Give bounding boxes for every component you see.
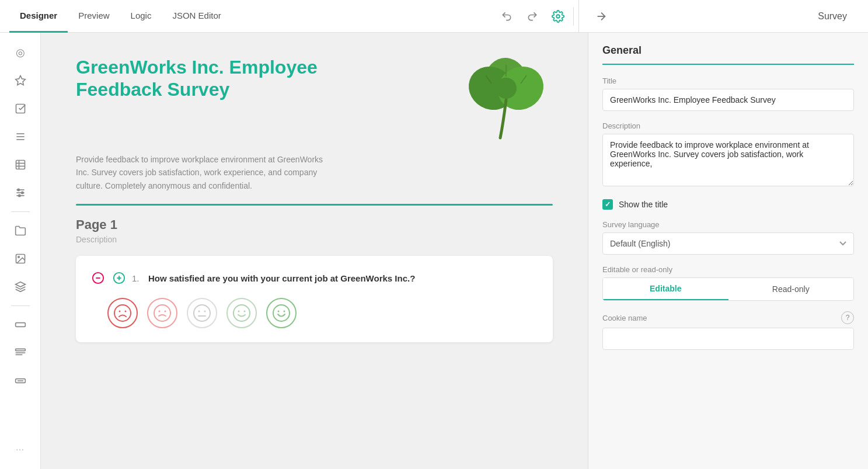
survey-title: GreenWorks Inc. Employee Feedback Survey [76, 56, 362, 101]
question-card: 1. How satisfied are you with your curre… [76, 256, 553, 342]
top-nav: Designer Preview Logic JSON Editor [0, 0, 868, 33]
svg-point-49 [278, 311, 280, 312]
left-sidebar: ◎ [0, 33, 41, 469]
cookie-name-row: Cookie name ? [602, 311, 854, 324]
svg-point-16 [18, 194, 20, 196]
svg-point-18 [18, 256, 19, 258]
survey-header: GreenWorks Inc. Employee Feedback Survey [76, 56, 553, 206]
tab-json-editor[interactable]: JSON Editor [162, 0, 231, 33]
smiley-3[interactable] [187, 298, 217, 328]
show-title-checkbox[interactable]: ✓ [602, 199, 613, 210]
svg-point-43 [204, 311, 206, 312]
cookie-name-label: Cookie name [602, 314, 836, 322]
sidebar-icon-folder[interactable] [8, 218, 33, 244]
sidebar-icon-more[interactable]: ··· [8, 436, 33, 462]
sidebar-icon-input2[interactable] [8, 368, 33, 394]
sidebar-icon-target[interactable]: ◎ [8, 40, 33, 65]
tab-preview[interactable]: Preview [68, 0, 120, 33]
svg-rect-3 [16, 105, 25, 113]
svg-point-46 [238, 311, 240, 312]
svg-point-12 [18, 189, 19, 190]
smiley-1[interactable] [107, 298, 138, 328]
right-panel-title: Survey [818, 11, 847, 22]
sidebar-divider-1 [11, 211, 30, 212]
add-question-button[interactable] [111, 270, 127, 286]
svg-point-38 [154, 305, 170, 321]
svg-point-42 [198, 311, 200, 312]
svg-point-40 [165, 311, 166, 312]
undo-button[interactable] [496, 6, 517, 27]
survey-language-label: Survey language [602, 220, 854, 229]
survey-language-select[interactable]: Default (English) French Spanish German [602, 232, 854, 255]
survey-title-area: GreenWorks Inc. Employee Feedback Survey [76, 56, 553, 144]
sidebar-icon-star[interactable] [8, 68, 33, 93]
sidebar-icon-text[interactable] [8, 340, 33, 366]
svg-point-45 [233, 305, 250, 321]
tab-logic[interactable]: Logic [120, 0, 162, 33]
nav-actions [496, 6, 569, 27]
svg-point-37 [125, 311, 127, 312]
settings-button[interactable] [548, 6, 569, 27]
toggle-readonly[interactable]: Read-only [728, 278, 854, 300]
editable-label: Editable or read-only [602, 265, 854, 274]
title-field-group: Title [602, 77, 854, 111]
description-textarea[interactable] [602, 134, 854, 186]
page-title: Page 1 [76, 217, 553, 232]
survey-description: Provide feedback to improve workplace en… [76, 153, 338, 192]
remove-question-button[interactable] [90, 270, 106, 286]
page-section: Page 1 Description 1. How satisfied are … [76, 217, 553, 342]
svg-rect-7 [16, 161, 25, 169]
main-canvas: GreenWorks Inc. Employee Feedback Survey [41, 33, 588, 469]
svg-point-36 [119, 311, 121, 312]
svg-point-39 [159, 311, 161, 312]
smiley-5[interactable] [266, 298, 297, 328]
svg-rect-20 [15, 323, 25, 327]
tab-designer[interactable]: Designer [9, 0, 68, 33]
check-mark-icon: ✓ [605, 200, 611, 209]
sidebar-icon-check[interactable] [8, 96, 33, 121]
redo-button[interactable] [522, 6, 543, 27]
cookie-name-input[interactable] [602, 328, 854, 350]
title-input[interactable] [602, 89, 854, 111]
survey-divider [76, 204, 553, 206]
nav-tabs: Designer Preview Logic JSON Editor [9, 0, 232, 33]
svg-point-50 [284, 311, 285, 312]
smiley-row [90, 298, 539, 328]
editable-toggle-group: Editable Read-only [602, 277, 854, 301]
page-description: Description [76, 235, 553, 244]
smiley-4[interactable] [226, 298, 257, 328]
description-label: Description [602, 121, 854, 130]
panel-general: General Title Description ✓ Show the tit… [588, 33, 868, 372]
smiley-2[interactable] [147, 298, 177, 328]
description-field-group: Description [602, 121, 854, 189]
right-nav-header: Survey [578, 0, 859, 33]
sidebar-icon-layers[interactable] [8, 274, 33, 300]
sidebar-icon-list[interactable] [8, 124, 33, 150]
panel-heading: General [602, 44, 854, 65]
question-text: How satisfied are you with your current … [148, 273, 415, 283]
svg-point-14 [21, 192, 23, 193]
sidebar-icon-table[interactable] [8, 152, 33, 178]
body-row: ◎ [0, 33, 868, 469]
pin-button[interactable] [591, 6, 612, 27]
editable-group: Editable or read-only Editable Read-only [602, 265, 854, 301]
sidebar-icon-image[interactable] [8, 246, 33, 272]
svg-point-0 [556, 15, 560, 18]
survey-language-group: Survey language Default (English) French… [602, 220, 854, 255]
svg-point-48 [273, 305, 290, 321]
sidebar-icon-input1[interactable] [8, 312, 33, 338]
show-title-label: Show the title [619, 200, 668, 209]
cookie-help-icon[interactable]: ? [841, 311, 854, 324]
svg-rect-21 [15, 349, 25, 350]
title-label: Title [602, 77, 854, 85]
svg-point-47 [244, 311, 246, 312]
survey-logo [459, 50, 553, 144]
sidebar-divider-2 [11, 305, 30, 306]
right-panel: General Title Description ✓ Show the tit… [588, 33, 868, 469]
sidebar-icon-sliders[interactable] [8, 180, 33, 206]
svg-point-29 [496, 78, 517, 99]
svg-marker-2 [15, 76, 25, 85]
cookie-name-group: Cookie name ? [602, 311, 854, 350]
toggle-editable[interactable]: Editable [603, 278, 728, 300]
show-title-row: ✓ Show the title [602, 199, 854, 210]
